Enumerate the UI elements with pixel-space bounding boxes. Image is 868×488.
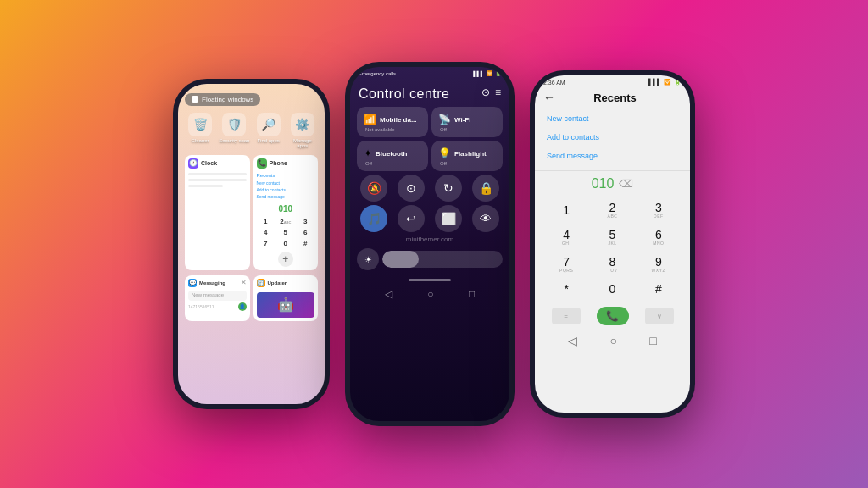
send-message-link[interactable]: Send message [547, 152, 678, 160]
messaging-icon: 💬 [188, 279, 197, 287]
control-centre-title: Control centre [359, 80, 450, 105]
dialpad-8[interactable]: 8 TUV [589, 251, 635, 278]
add-to-contacts-link[interactable]: Add to contacts [547, 133, 678, 141]
manage-icon: ⚙️ [291, 113, 314, 136]
back-arrow[interactable]: ← [543, 91, 555, 104]
close-button[interactable]: ✕ [241, 279, 247, 286]
clock-card[interactable]: 🕐 Clock [185, 155, 250, 270]
key-3[interactable]: 3 [297, 217, 315, 226]
back-btn[interactable]: ↩ [398, 205, 425, 232]
key-1-num: 1 [264, 218, 267, 225]
p2-title-row: Control centre ⊙ ≡ [350, 80, 509, 107]
p3-nav-recents[interactable]: □ [649, 334, 656, 347]
watermark: miuithemer.com [350, 236, 509, 243]
p3-phone-number: 010 [592, 176, 615, 191]
dialpad-5[interactable]: 5 JKL [589, 224, 635, 251]
messaging-card[interactable]: 💬 Messaging ✕ New message 14716516511 👤 [185, 275, 250, 321]
p3-wifi-icon: 🛜 [664, 79, 671, 86]
p3-nav-home[interactable]: ○ [610, 334, 617, 347]
p3-nav-back[interactable]: ◁ [568, 334, 577, 347]
key-0[interactable]: 0 [276, 239, 295, 248]
dialpad-4[interactable]: 4 GHI [543, 224, 589, 251]
flashlight-tile[interactable]: 💡 Flashlight Off [431, 141, 503, 171]
add-to-contacts-p1[interactable]: Add to contacts [257, 187, 315, 192]
control-grid: 📶 Mobile da... Not available 📡 Wi-Fi Off… [350, 107, 509, 171]
phone-3-screen: 2:36 AM ▌▌▌ 🛜 🔋 ← Recents New contact Ad… [535, 75, 690, 413]
updater-title: Updater [268, 280, 287, 286]
eye-btn[interactable]: 👁 [472, 205, 499, 232]
num-star: * [564, 283, 568, 295]
lock-btn[interactable]: 🔒 [472, 175, 499, 202]
mobile-data-name: Mobile da... [380, 116, 417, 124]
silent-btn[interactable]: 🔕 [360, 175, 387, 202]
flashlight-icon: 💡 [438, 147, 451, 159]
key-5[interactable]: 5 [276, 228, 295, 237]
p3-options: New contact Add to contacts Send message [535, 108, 690, 167]
focus-btn[interactable]: ⊙ [398, 175, 425, 202]
phone-card-icon: 📞 [257, 158, 267, 169]
phone-card-recent[interactable]: 📞 Phone Recents New contact Add to conta… [253, 155, 319, 270]
dialpad-0[interactable]: 0 [589, 278, 635, 300]
key-2[interactable]: 2ABC [276, 217, 295, 226]
expand-btn[interactable]: ⬜ [435, 205, 462, 232]
action-equals[interactable]: = [552, 308, 581, 324]
target-icon[interactable]: ⊙ [481, 86, 490, 98]
app-find-apps[interactable]: 🔎 Find apps [253, 113, 284, 148]
find-apps-label: Find apps [257, 138, 279, 143]
updater-card[interactable]: 🔄 Updater 🤖 [253, 275, 319, 321]
num-8: 8 [609, 256, 616, 268]
dialpad-star[interactable]: * [543, 278, 589, 300]
letters-4: GHI [562, 241, 570, 246]
wifi-icon: 📡 [438, 114, 451, 125]
dialpad-hash[interactable]: # [636, 278, 682, 300]
num-2: 2 [609, 202, 616, 214]
bottom-apps-row: 💬 Messaging ✕ New message 14716516511 👤 … [185, 275, 318, 321]
p3-nav: ◁ ○ □ [535, 329, 690, 351]
bluetooth-name: Bluetooth [376, 150, 407, 158]
call-button[interactable]: 📞 [597, 307, 629, 325]
dialpad-9[interactable]: 9 WXYZ [636, 251, 682, 278]
wifi-name: Wi-Fi [454, 116, 470, 124]
key-hash[interactable]: # [297, 239, 315, 248]
brightness-extra-icon[interactable]: ☀ [357, 248, 379, 270]
key-1[interactable]: 1 [257, 217, 275, 226]
music-btn[interactable]: 🎵 [360, 205, 387, 232]
action-down[interactable]: ∨ [645, 308, 674, 324]
nav-home[interactable]: ○ [427, 288, 433, 300]
backspace-button[interactable]: ⌫ [619, 178, 633, 190]
messaging-title: Messaging [199, 280, 225, 286]
dialpad-7[interactable]: 7 PQRS [543, 251, 589, 278]
floating-windows-button[interactable]: Floating windows [185, 93, 260, 106]
brightness-bar[interactable] [382, 251, 503, 268]
nav-back[interactable]: ◁ [385, 288, 392, 300]
msg-footer: 14716516511 👤 [188, 302, 247, 311]
letters-8: TUV [608, 268, 618, 273]
key-7[interactable]: 7 [257, 239, 275, 248]
app-security[interactable]: 🛡️ Security scan [219, 113, 249, 148]
dialpad-1[interactable]: 1 [543, 197, 589, 224]
new-contact-link[interactable]: New contact [547, 114, 678, 123]
dialpad-2[interactable]: 2 ABC [589, 197, 635, 224]
bluetooth-tile[interactable]: ✦ Bluetooth Off [357, 141, 428, 171]
app-manage[interactable]: ⚙️ Manage apps [287, 113, 318, 148]
app-cleaner[interactable]: 🗑️ Cleaner [185, 113, 215, 148]
key-4[interactable]: 4 [257, 228, 275, 237]
rotate-btn[interactable]: ↻ [435, 175, 462, 202]
new-contact-p1[interactable]: New contact [257, 180, 315, 186]
key-7-num: 7 [264, 240, 267, 247]
add-button-p1[interactable]: + [278, 252, 293, 267]
mobile-data-tile[interactable]: 📶 Mobile da... Not available [357, 107, 428, 137]
wifi-tile[interactable]: 📡 Wi-Fi Off [431, 107, 503, 137]
p3-battery-icon: 🔋 [674, 79, 682, 86]
dialpad-3[interactable]: 3 DEF [636, 197, 682, 224]
send-message-p1[interactable]: Send message [257, 194, 315, 199]
bluetooth-sub: Off [365, 161, 421, 166]
mobile-data-header: 📶 Mobile da... [364, 114, 421, 125]
dialpad-6[interactable]: 6 MNO [636, 224, 682, 251]
new-message-input[interactable]: New message [188, 291, 247, 301]
key-6[interactable]: 6 [297, 228, 315, 237]
phone-1-content: Floating windows 🗑️ Cleaner 🛡️ Security … [178, 84, 325, 404]
menu-icon[interactable]: ≡ [495, 86, 501, 98]
bluetooth-header: ✦ Bluetooth [364, 147, 421, 159]
nav-recents[interactable]: □ [469, 288, 475, 300]
